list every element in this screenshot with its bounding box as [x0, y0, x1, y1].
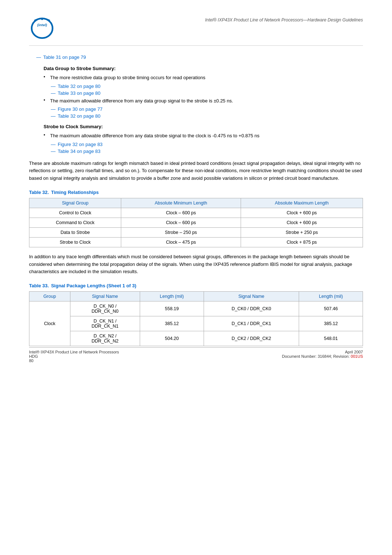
svg-text:(intel): (intel) — [37, 23, 47, 27]
footer-product: Intel® IXP43X Product Line of Network Pr… — [29, 350, 119, 354]
table33-col2-header: Length (mil) — [140, 292, 204, 301]
footer: Intel® IXP43X Product Line of Network Pr… — [29, 347, 363, 363]
footer-page: 80 — [29, 358, 119, 363]
table32-r3c0: Strobe to Clock — [29, 237, 121, 247]
footer-date: April 2007 — [282, 350, 363, 354]
bullet-text: The more restrictive data group to strob… — [50, 74, 205, 81]
bullet-icon: • — [44, 97, 49, 103]
table32-link1[interactable]: Table 32 on page 80 — [58, 84, 101, 89]
table33-r0-len2: 507.46 — [299, 301, 363, 316]
table33: Group Signal Name Length (mil) Signal Na… — [29, 291, 363, 346]
table33-col4-header: Length (mil) — [299, 292, 363, 301]
dash-icon: — — [36, 54, 41, 60]
table-row: Control to Clock Clock – 600 ps Clock + … — [29, 208, 363, 218]
table-row: Strobe to Clock Clock – 475 ps Clock + 8… — [29, 237, 363, 247]
bullet-icon: • — [44, 74, 49, 80]
bullet-item: • The maximum allowable difference from … — [44, 97, 363, 105]
logo-container: (intel) — [29, 15, 58, 42]
section2-heading: Strobe to Clock Summary: — [44, 124, 363, 129]
table32-label: Table 32. — [29, 190, 49, 195]
table32-r3c2: Clock + 875 ps — [241, 237, 363, 247]
table32-title-row: Table 32. Timing Relationships — [29, 190, 363, 195]
dash-icon: — — [51, 149, 56, 154]
footer-revision: 001US — [351, 354, 363, 358]
dash-icon: — — [51, 113, 56, 119]
table32-col0-header: Signal Group — [29, 198, 121, 208]
table-row: D_CK_N1 / DDR_CK_N1 385.12 D_CK1 / DDR_C… — [29, 316, 363, 331]
table33-col0-header: Group — [29, 292, 70, 301]
table32-col1-header: Absolute Minimum Length — [121, 198, 241, 208]
intro-link[interactable]: Table 31 on page 79 — [43, 54, 86, 60]
header: (intel) Intel® IXP43X Product Line of Ne… — [29, 15, 363, 46]
footer-docnum-row: Document Number: 316844; Revision: 001US — [282, 354, 363, 358]
table32-r0c1: Clock – 600 ps — [121, 208, 241, 218]
bullet-text: The maximum allowable difference from an… — [50, 132, 260, 139]
table-row: Data to Strobe Strobe – 250 ps Strobe + … — [29, 227, 363, 237]
table32-r2c2: Strobe + 250 ps — [241, 227, 363, 237]
table33-r1-len2: 385.12 — [299, 316, 363, 331]
table33-r1-sig2: D_CK1 / DDR_CK1 — [204, 316, 299, 331]
section1-heading: Data Group to Strobe Summary: — [44, 66, 363, 71]
section1-bullet2: • The maximum allowable difference from … — [44, 97, 363, 119]
table33-label: Table 33. — [29, 283, 49, 288]
table33-r0-sig1: D_CK_N0 / DDR_CK_N0 — [70, 301, 140, 316]
footer-docnum: 316844 — [318, 354, 331, 358]
bullet2-link2: — Table 32 on page 80 — [51, 113, 363, 119]
table32-col2-header: Absolute Maximum Length — [241, 198, 363, 208]
footer-right: April 2007 Document Number: 316844; Revi… — [282, 350, 363, 363]
dash-icon: — — [51, 142, 56, 147]
dash-icon: — — [51, 84, 56, 89]
table32-r1c0: Command to Clock — [29, 218, 121, 227]
table33-r0-sig2: D_CK0 / DDR_CK0 — [204, 301, 299, 316]
content: — Table 31 on page 79 Data Group to Stro… — [29, 54, 363, 346]
table33-r2-len2: 548.01 — [299, 331, 363, 346]
table33-r1-len1: 385.12 — [140, 316, 204, 331]
dash-icon: — — [51, 106, 56, 112]
figure30-link[interactable]: Figure 30 on page 77 — [58, 106, 103, 112]
table33-title-row: Table 33. Signal Package Lengths (Sheet … — [29, 283, 363, 288]
page: (intel) Intel® IXP43X Product Line of Ne… — [0, 0, 392, 374]
intro-link-item: — Table 31 on page 79 — [36, 54, 363, 60]
footer-docnum-label: Document Number: — [282, 354, 317, 358]
section2-link1: — Figure 32 on page 83 — [51, 142, 363, 147]
bullet1-link1: — Table 32 on page 80 — [51, 84, 363, 89]
table33-r0-len1: 558.19 — [140, 301, 204, 316]
footer-doctype: HDG — [29, 354, 119, 358]
bullet-item: • The maximum allowable difference from … — [44, 132, 363, 139]
section1-bullet1: • The more restrictive data group to str… — [44, 74, 363, 96]
table-row: Clock D_CK_N0 / DDR_CK_N0 558.19 D_CK0 /… — [29, 301, 363, 316]
table33-r1-sig1: D_CK_N1 / DDR_CK_N1 — [70, 316, 140, 331]
intel-logo: (intel) — [29, 15, 55, 41]
bullet1-link2: — Table 33 on page 80 — [51, 90, 363, 96]
body-paragraph1: These are absolute maximum ratings for l… — [29, 160, 363, 182]
table32-r2c1: Strobe – 250 ps — [121, 227, 241, 237]
dash-icon: — — [51, 90, 56, 96]
table32-header-row: Signal Group Absolute Minimum Length Abs… — [29, 198, 363, 208]
table33-col1-header: Signal Name — [70, 292, 140, 301]
table32: Signal Group Absolute Minimum Length Abs… — [29, 198, 363, 247]
bullet-icon: • — [44, 132, 49, 138]
body-paragraph2: In addition to any trace length differen… — [29, 253, 363, 276]
bullet2-link1: — Figure 30 on page 77 — [51, 106, 363, 112]
table33-r2-sig2: D_CK2 / DDR_CK2 — [204, 331, 299, 346]
table32-r2c0: Data to Strobe — [29, 227, 121, 237]
table32-r1c2: Clock + 600 ps — [241, 218, 363, 227]
table33-link1[interactable]: Table 33 on page 80 — [58, 90, 101, 96]
figure32-link[interactable]: Figure 32 on page 83 — [58, 142, 103, 147]
table32-r0c0: Control to Clock — [29, 208, 121, 218]
table32-link2[interactable]: Table 32 on page 80 — [58, 113, 101, 119]
table32-r1c1: Clock – 600 ps — [121, 218, 241, 227]
footer-revision-label: Revision: — [333, 354, 350, 358]
section2-link2: — Table 34 on page 83 — [51, 149, 363, 154]
table32-r0c2: Clock + 600 ps — [241, 208, 363, 218]
table33-group-clock: Clock — [29, 301, 70, 346]
table33-r2-sig1: D_CK_N2 / DDR_CK_N2 — [70, 331, 140, 346]
table32-r3c1: Clock – 475 ps — [121, 237, 241, 247]
table-row: D_CK_N2 / DDR_CK_N2 504.20 D_CK2 / DDR_C… — [29, 331, 363, 346]
section2-bullet1: • The maximum allowable difference from … — [44, 132, 363, 154]
header-title: Intel® IXP43X Product Line of Network Pr… — [205, 15, 363, 23]
table-row: Command to Clock Clock – 600 ps Clock + … — [29, 218, 363, 227]
table32-name: Timing Relationships — [51, 190, 99, 195]
table34-link[interactable]: Table 34 on page 83 — [58, 149, 101, 154]
table33-name: Signal Package Lengths (Sheet 1 of 3) — [51, 283, 136, 288]
